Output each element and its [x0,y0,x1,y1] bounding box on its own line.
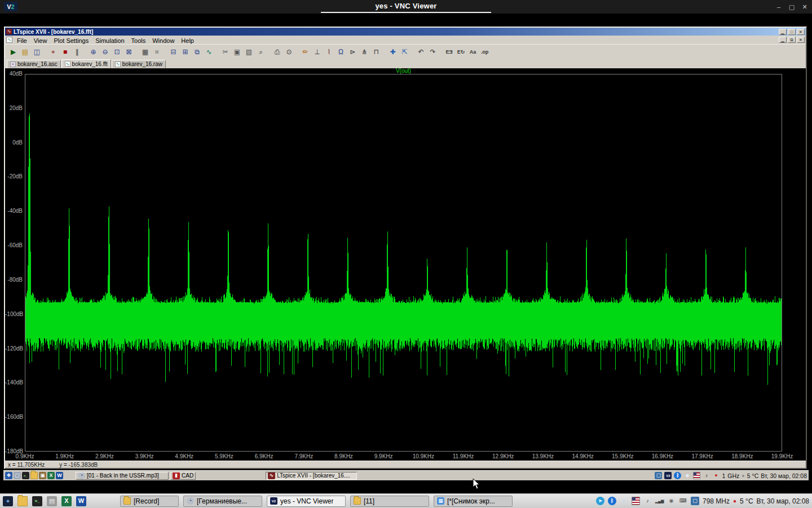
water-drop-icon[interactable]: ◆ [683,472,691,479]
pause-icon[interactable]: ∥ [71,46,83,58]
print-preview-icon[interactable]: ⊙ [283,46,295,58]
vnc-close-button[interactable]: ✕ [801,3,809,11]
minimize-button[interactable]: ▁ [779,29,787,35]
bluetooth-icon[interactable]: ᛒ [674,472,681,479]
volume-icon[interactable]: ♪ [703,472,710,479]
mdi-close-button[interactable]: ✕ [797,37,805,43]
image-viewer-icon[interactable]: ▦ [437,497,444,505]
signal-bars-icon[interactable]: ▂▄▆ [655,497,664,505]
start-icon[interactable]: ❖ [5,472,12,479]
mdi-minimize-button[interactable]: ▁ [779,37,787,43]
tile-vertical-icon[interactable]: ⊞ [179,46,191,58]
task-folder-11[interactable]: [11] [350,496,429,507]
ground-icon[interactable]: ⊥ [311,46,323,58]
word-icon[interactable]: W [56,472,63,479]
media-player-icon[interactable]: ◔ [78,472,85,479]
task-cad[interactable]: ▮CAD [170,472,196,480]
text-icon[interactable]: Aa [467,46,479,58]
task-browser[interactable]: ◔[Германиевые... [183,496,262,507]
run-icon[interactable]: ▶ [7,46,19,58]
file-manager-folder-icon[interactable] [30,472,38,479]
task-ltspice[interactable]: ∿LTspice XVII - [bokarev_16.... [266,472,357,480]
control-panel-icon[interactable]: ⌖ [47,46,59,58]
task-music-player[interactable]: ◔[01 - Back in the USSR.mp3] [76,472,169,480]
package-icon[interactable]: ▣ [39,472,46,479]
ltspice-icon[interactable]: ∿ [268,472,275,479]
move-icon[interactable]: ✚ [387,46,399,58]
mdi-restore-button[interactable]: ⧉ [788,37,796,43]
spice-directive-icon[interactable]: .op [479,46,491,58]
transistor-icon[interactable]: ⋔ [359,46,370,58]
display-icon[interactable]: ▢ [691,497,699,505]
copy-icon[interactable]: ▣ [231,46,243,58]
zoom-full-icon[interactable]: ⊡ [111,46,123,58]
add-pane-icon[interactable]: ∿ [203,46,215,58]
maximize-button[interactable]: □ [788,29,796,35]
component-icon[interactable]: ⊓ [370,46,382,58]
save-icon[interactable]: ◫ [31,46,43,58]
excel-icon[interactable]: X [61,496,72,506]
start-icon[interactable]: ● [3,496,13,506]
paste-icon[interactable]: ▧ [243,46,255,58]
redo-icon[interactable]: ↷ [427,46,439,58]
tab-bokarev_16-asc[interactable]: ⌁bokarev_16.asc [7,60,61,68]
fft-plot-canvas[interactable] [25,75,782,451]
us-flag-icon[interactable] [632,497,640,505]
terminal-icon[interactable]: >_ [22,472,29,479]
printer-icon[interactable]: ▤ [47,496,57,506]
diode-icon[interactable]: ⊳ [347,46,359,58]
file-manager-folder-icon[interactable] [17,496,28,506]
menu-item-simulation[interactable]: Simulation [92,37,127,44]
cut-icon[interactable]: ✂ [219,46,231,58]
open-icon[interactable]: ▤ [19,46,31,58]
tab-bokarev_16-raw[interactable]: ∿bokarev_16.raw [112,60,166,68]
wire-icon[interactable]: ✏ [299,46,311,58]
clock[interactable]: Вт, 30 мар, 02:08 [761,472,807,479]
display-icon[interactable]: ▢ [655,472,662,479]
find-icon[interactable]: ⌕ [255,46,267,58]
print-icon[interactable]: ⎙ [271,46,283,58]
menu-item-tools[interactable]: Tools [128,37,149,44]
vnc-maximize-button[interactable]: ▢ [788,3,796,11]
excel-icon[interactable]: X [47,472,55,479]
browser-globe-icon[interactable]: ◔ [187,497,194,505]
clock[interactable]: Вт, 30 мар, 02:08 [757,497,809,505]
water-drop-icon[interactable]: ◆ [620,497,628,505]
menu-item-plot-settings[interactable]: Plot Settings [50,37,92,44]
task-screenshot[interactable]: ▦[*[Снимок экр... [434,496,513,507]
vnc-connection-tab[interactable]: yes - VNC Viewer [321,0,491,13]
task-record[interactable]: [Record] [120,496,179,507]
menu-item-help[interactable]: Help [178,37,197,44]
zoom-out-icon[interactable]: ⊖ [99,46,111,58]
rotate-icon[interactable]: E↻ [455,46,467,58]
menu-item-file[interactable]: File [14,37,30,44]
show-desktop-icon[interactable]: ▢ [14,472,21,479]
halt-icon[interactable]: ■ [59,46,71,58]
telegram-icon[interactable]: ➤ [596,497,604,505]
zoom-area-icon[interactable]: ⊠ [123,46,135,58]
us-flag-icon[interactable] [693,472,700,479]
drag-icon[interactable]: ⇱ [399,46,411,58]
red-indicator-icon[interactable]: ● [712,472,720,479]
cad-icon[interactable]: ▮ [173,472,180,479]
vnc-tray-icon[interactable]: V2 [664,472,672,479]
undo-icon[interactable]: ↶ [415,46,427,58]
task-vnc-viewer[interactable]: V2yes - VNC Viewer [267,496,346,507]
tab-bokarev_16-fft[interactable]: ∿bokarev_16.fft [61,59,111,68]
menu-item-view[interactable]: View [30,37,51,44]
waveform-pane[interactable]: V(out) 40dB20dB0dB-20dB-40dB-60dB-80dB-1… [5,68,806,461]
vnc-minimize-button[interactable]: – [775,3,783,10]
tile-horizontal-icon[interactable]: ⊟ [167,46,179,58]
close-button[interactable]: ✕ [797,29,805,35]
label-net-icon[interactable]: ⌇ [323,46,335,58]
zoom-in-icon[interactable]: ⊕ [87,46,99,58]
folder-icon[interactable] [123,497,131,505]
trace-label[interactable]: V(out) [25,68,782,74]
folder-icon[interactable] [354,497,361,505]
grid-icon[interactable]: ▦ [139,46,151,58]
vnc-icon[interactable]: V2 [270,497,277,505]
cascade-icon[interactable]: ⧉ [191,46,203,58]
mark-points-icon[interactable]: ⌗ [151,46,163,58]
word-icon[interactable]: W [76,496,86,506]
menu-item-window[interactable]: Window [149,37,178,44]
